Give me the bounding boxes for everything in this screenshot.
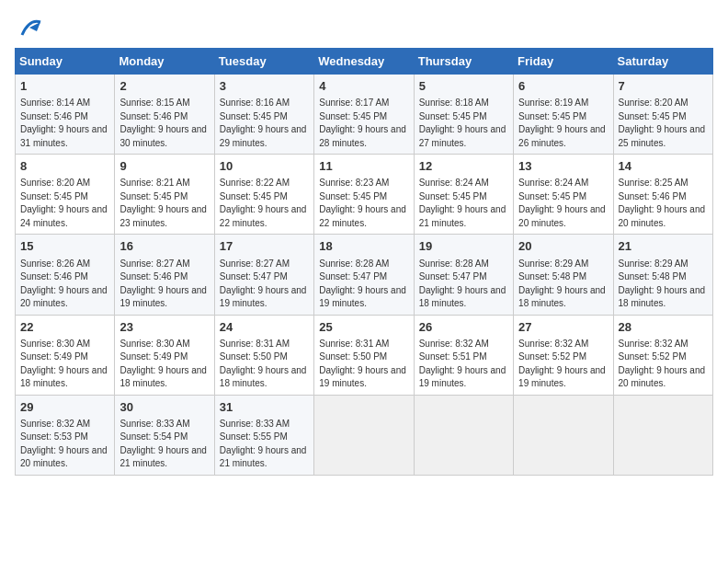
calendar-cell: 11Sunrise: 8:23 AMSunset: 5:45 PMDayligh… <box>314 155 414 235</box>
day-number: 11 <box>319 158 408 175</box>
calendar-cell: 30Sunrise: 8:33 AMSunset: 5:54 PMDayligh… <box>115 395 214 475</box>
calendar-cell: 2Sunrise: 8:15 AMSunset: 5:46 PMDaylight… <box>115 75 214 155</box>
day-number: 12 <box>419 158 508 175</box>
day-number: 17 <box>220 238 309 255</box>
day-number: 24 <box>220 319 309 336</box>
calendar-week-3: 15Sunrise: 8:26 AMSunset: 5:46 PMDayligh… <box>16 235 713 315</box>
day-info: Sunrise: 8:31 AMSunset: 5:50 PMDaylight:… <box>220 338 309 391</box>
day-info: Sunrise: 8:31 AMSunset: 5:50 PMDaylight:… <box>319 338 408 391</box>
calendar-cell <box>514 395 613 475</box>
calendar-cell: 13Sunrise: 8:24 AMSunset: 5:45 PMDayligh… <box>514 155 613 235</box>
calendar-cell: 7Sunrise: 8:20 AMSunset: 5:45 PMDaylight… <box>613 75 712 155</box>
day-number: 15 <box>20 238 109 255</box>
calendar-header-row: SundayMondayTuesdayWednesdayThursdayFrid… <box>16 49 713 75</box>
day-number: 25 <box>319 319 408 336</box>
calendar-cell: 22Sunrise: 8:30 AMSunset: 5:49 PMDayligh… <box>16 315 115 395</box>
calendar-cell <box>414 395 513 475</box>
day-info: Sunrise: 8:28 AMSunset: 5:47 PMDaylight:… <box>419 258 508 311</box>
day-info: Sunrise: 8:16 AMSunset: 5:45 PMDaylight:… <box>220 97 309 150</box>
day-info: Sunrise: 8:24 AMSunset: 5:45 PMDaylight:… <box>419 177 508 230</box>
day-number: 13 <box>518 158 608 175</box>
day-number: 31 <box>220 399 309 416</box>
calendar-cell: 31Sunrise: 8:33 AMSunset: 5:55 PMDayligh… <box>214 395 313 475</box>
calendar-week-4: 22Sunrise: 8:30 AMSunset: 5:49 PMDayligh… <box>16 315 713 395</box>
header-wednesday: Wednesday <box>314 49 414 75</box>
calendar-cell: 20Sunrise: 8:29 AMSunset: 5:48 PMDayligh… <box>514 235 613 315</box>
calendar-cell: 1Sunrise: 8:14 AMSunset: 5:46 PMDaylight… <box>16 75 115 155</box>
day-number: 26 <box>419 319 508 336</box>
calendar-cell: 23Sunrise: 8:30 AMSunset: 5:49 PMDayligh… <box>115 315 214 395</box>
day-info: Sunrise: 8:17 AMSunset: 5:45 PMDaylight:… <box>319 97 408 150</box>
day-info: Sunrise: 8:24 AMSunset: 5:45 PMDaylight:… <box>518 177 608 230</box>
logo <box>15 15 42 40</box>
logo-icon <box>17 15 42 40</box>
day-info: Sunrise: 8:27 AMSunset: 5:46 PMDaylight:… <box>119 258 209 311</box>
day-number: 27 <box>518 319 608 336</box>
day-number: 6 <box>518 78 608 95</box>
day-number: 23 <box>119 319 209 336</box>
day-info: Sunrise: 8:33 AMSunset: 5:54 PMDaylight:… <box>119 418 209 471</box>
day-info: Sunrise: 8:21 AMSunset: 5:45 PMDaylight:… <box>119 177 209 230</box>
day-info: Sunrise: 8:29 AMSunset: 5:48 PMDaylight:… <box>518 258 608 311</box>
calendar-cell: 15Sunrise: 8:26 AMSunset: 5:46 PMDayligh… <box>16 235 115 315</box>
day-number: 30 <box>119 399 209 416</box>
day-number: 1 <box>20 78 109 95</box>
page-header <box>15 15 713 40</box>
day-number: 10 <box>220 158 309 175</box>
header-thursday: Thursday <box>414 49 513 75</box>
calendar-cell <box>613 395 712 475</box>
day-info: Sunrise: 8:32 AMSunset: 5:53 PMDaylight:… <box>20 418 109 471</box>
day-number: 29 <box>20 399 109 416</box>
calendar-table: SundayMondayTuesdayWednesdayThursdayFrid… <box>15 48 713 476</box>
day-number: 21 <box>619 238 708 255</box>
calendar-cell: 19Sunrise: 8:28 AMSunset: 5:47 PMDayligh… <box>414 235 513 315</box>
day-info: Sunrise: 8:28 AMSunset: 5:47 PMDaylight:… <box>319 258 408 311</box>
header-sunday: Sunday <box>16 49 115 75</box>
calendar-cell: 6Sunrise: 8:19 AMSunset: 5:45 PMDaylight… <box>514 75 613 155</box>
calendar-week-2: 8Sunrise: 8:20 AMSunset: 5:45 PMDaylight… <box>16 155 713 235</box>
day-number: 9 <box>119 158 209 175</box>
day-info: Sunrise: 8:15 AMSunset: 5:46 PMDaylight:… <box>119 97 209 150</box>
day-info: Sunrise: 8:25 AMSunset: 5:46 PMDaylight:… <box>619 177 708 230</box>
calendar-cell: 25Sunrise: 8:31 AMSunset: 5:50 PMDayligh… <box>314 315 414 395</box>
day-info: Sunrise: 8:29 AMSunset: 5:48 PMDaylight:… <box>619 258 708 311</box>
day-info: Sunrise: 8:33 AMSunset: 5:55 PMDaylight:… <box>220 418 309 471</box>
day-info: Sunrise: 8:23 AMSunset: 5:45 PMDaylight:… <box>319 177 408 230</box>
day-number: 3 <box>220 78 309 95</box>
day-info: Sunrise: 8:14 AMSunset: 5:46 PMDaylight:… <box>20 97 109 150</box>
day-info: Sunrise: 8:27 AMSunset: 5:47 PMDaylight:… <box>220 258 309 311</box>
day-info: Sunrise: 8:30 AMSunset: 5:49 PMDaylight:… <box>20 338 109 391</box>
header-monday: Monday <box>115 49 214 75</box>
calendar-cell: 29Sunrise: 8:32 AMSunset: 5:53 PMDayligh… <box>16 395 115 475</box>
day-number: 28 <box>619 319 708 336</box>
day-number: 8 <box>20 158 109 175</box>
calendar-cell: 16Sunrise: 8:27 AMSunset: 5:46 PMDayligh… <box>115 235 214 315</box>
calendar-cell: 5Sunrise: 8:18 AMSunset: 5:45 PMDaylight… <box>414 75 513 155</box>
calendar-cell: 14Sunrise: 8:25 AMSunset: 5:46 PMDayligh… <box>613 155 712 235</box>
day-number: 18 <box>319 238 408 255</box>
day-info: Sunrise: 8:18 AMSunset: 5:45 PMDaylight:… <box>419 97 508 150</box>
calendar-cell: 8Sunrise: 8:20 AMSunset: 5:45 PMDaylight… <box>16 155 115 235</box>
day-number: 20 <box>518 238 608 255</box>
header-tuesday: Tuesday <box>214 49 313 75</box>
calendar-cell: 28Sunrise: 8:32 AMSunset: 5:52 PMDayligh… <box>613 315 712 395</box>
day-info: Sunrise: 8:19 AMSunset: 5:45 PMDaylight:… <box>518 97 608 150</box>
day-info: Sunrise: 8:26 AMSunset: 5:46 PMDaylight:… <box>20 258 109 311</box>
day-info: Sunrise: 8:32 AMSunset: 5:52 PMDaylight:… <box>518 338 608 391</box>
calendar-cell: 18Sunrise: 8:28 AMSunset: 5:47 PMDayligh… <box>314 235 414 315</box>
day-info: Sunrise: 8:32 AMSunset: 5:52 PMDaylight:… <box>619 338 708 391</box>
calendar-cell: 17Sunrise: 8:27 AMSunset: 5:47 PMDayligh… <box>214 235 313 315</box>
day-info: Sunrise: 8:32 AMSunset: 5:51 PMDaylight:… <box>419 338 508 391</box>
day-number: 2 <box>119 78 209 95</box>
day-number: 16 <box>119 238 209 255</box>
calendar-cell: 24Sunrise: 8:31 AMSunset: 5:50 PMDayligh… <box>214 315 313 395</box>
calendar-cell: 26Sunrise: 8:32 AMSunset: 5:51 PMDayligh… <box>414 315 513 395</box>
day-number: 19 <box>419 238 508 255</box>
calendar-week-5: 29Sunrise: 8:32 AMSunset: 5:53 PMDayligh… <box>16 395 713 475</box>
day-number: 22 <box>20 319 109 336</box>
day-info: Sunrise: 8:20 AMSunset: 5:45 PMDaylight:… <box>20 177 109 230</box>
calendar-cell: 21Sunrise: 8:29 AMSunset: 5:48 PMDayligh… <box>613 235 712 315</box>
day-number: 14 <box>619 158 708 175</box>
calendar-cell: 12Sunrise: 8:24 AMSunset: 5:45 PMDayligh… <box>414 155 513 235</box>
calendar-cell <box>314 395 414 475</box>
